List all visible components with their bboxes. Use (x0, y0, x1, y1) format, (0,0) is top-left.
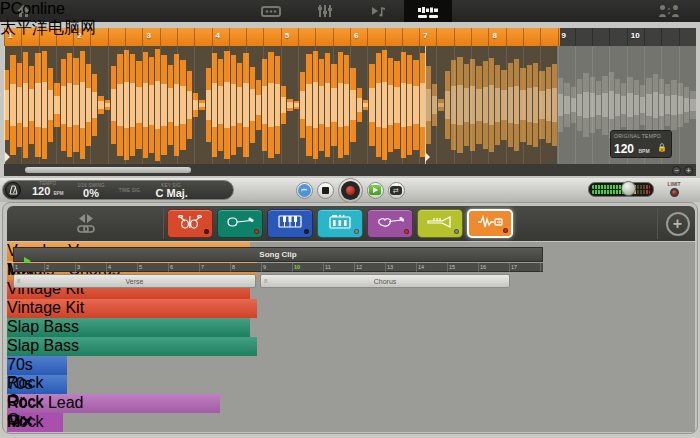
section-chip-verse[interactable]: 8Verse (13, 274, 256, 288)
zoom-out-button[interactable]: − (672, 166, 681, 175)
tempo-unit: BPM (53, 191, 63, 196)
waveform-scroll-thumb[interactable] (25, 167, 191, 173)
swing-value: 0% (83, 188, 99, 198)
arranger-ruler[interactable]: 12345678910 (4, 28, 696, 46)
brass-button[interactable] (417, 209, 463, 238)
metronome-icon[interactable] (5, 182, 21, 198)
clip-name: Rock Lead (7, 394, 220, 412)
song-clip-bar[interactable]: Song Clip (13, 247, 543, 262)
watermark: PConline 太平洋电脑网 (0, 0, 96, 39)
arranger-panel: 12345678910 ORIGINAL TEMPO 120 BPM 🔒 − + (0, 22, 700, 178)
limiter: LIMIT (658, 181, 690, 199)
bass-icon (226, 215, 254, 233)
original-tempo-unit: BPM (638, 148, 649, 154)
section-name: Chorus (261, 278, 509, 285)
song-bar-number: 2 (46, 264, 49, 270)
guitar-button[interactable] (367, 209, 413, 238)
control-bar: TEMPO 120 BPM 1/16 SWING 0% TIME SIG. KE… (0, 178, 700, 202)
watermark-cn-text: 太平洋电脑网 (0, 18, 96, 39)
watermark-brand: PConline (0, 0, 96, 18)
add-track-section: + (657, 208, 697, 239)
zoom-in-button[interactable]: + (684, 166, 693, 175)
clip[interactable]: Rock LeadM✕ (7, 394, 220, 413)
waveform-display[interactable]: ORIGINAL TEMPO 120 BPM 🔒 (4, 46, 696, 164)
bar-number: 4 (216, 31, 220, 40)
note-play-icon[interactable] (368, 3, 390, 19)
selection-start-handle[interactable] (5, 152, 10, 162)
keys-icon (277, 214, 303, 233)
section-chip-chorus[interactable]: 8Chorus (260, 274, 510, 288)
keysig-field[interactable]: KEY SIG. C Maj. (156, 183, 188, 198)
loop-clip-name: Rock Lead (7, 413, 63, 432)
original-tempo-box: ORIGINAL TEMPO 120 BPM 🔒 (610, 130, 672, 158)
keysig-value: C Maj. (156, 188, 188, 198)
drums-button[interactable] (167, 209, 213, 238)
selection-start-line (4, 46, 5, 164)
waveform-scrollbar[interactable]: − + (4, 164, 696, 176)
rewind-button[interactable]: ⏮ (296, 182, 313, 199)
clip-name: Slap Bass (7, 318, 250, 336)
song-bar-number: 1 (15, 264, 18, 270)
header-left-controls (9, 208, 164, 239)
limit-button[interactable] (670, 188, 679, 197)
bar-number: 8 (492, 31, 496, 40)
song-bar-number: 9 (263, 264, 266, 270)
transport-controls: ⏮ ⇄ (282, 179, 418, 201)
link-icon[interactable] (77, 225, 95, 233)
master-volume-knob[interactable] (621, 181, 636, 196)
clip[interactable]: Vintage Kit (7, 299, 257, 318)
song-bar-number: 11 (325, 264, 331, 270)
song-arrangement: Song Clip 1234567891011121314151617 8Ver… (7, 242, 695, 432)
clip-name: Vintage Kit (7, 299, 257, 317)
add-track-button[interactable]: + (666, 212, 690, 236)
monitor-arrows-icon[interactable] (78, 214, 94, 223)
loop-clip[interactable]: Rock Lead▶ 2M✕ (7, 413, 63, 432)
bass-button[interactable] (217, 209, 263, 238)
record-status-dot (503, 228, 508, 233)
song-bar-number: 6 (170, 264, 173, 270)
original-tempo-label: ORIGINAL TEMPO (614, 133, 668, 139)
cycle-button[interactable]: ⇄ (388, 182, 405, 199)
instrument-header: + (7, 206, 695, 241)
song-ruler[interactable]: 1234567891011121314151617 (13, 263, 543, 272)
guitar-icon (376, 215, 404, 233)
tempo-field[interactable]: TEMPO 120 BPM (32, 181, 63, 199)
audio-recorder-icon (476, 215, 504, 233)
song-bar-number: 13 (387, 264, 393, 270)
keys-button[interactable] (267, 209, 313, 238)
instrument-buttons (167, 209, 513, 239)
bar-number: 7 (423, 31, 427, 40)
stop-button[interactable] (317, 182, 334, 199)
record-button[interactable] (338, 178, 363, 203)
tempo-value: 120 (32, 185, 50, 197)
ruler-ticks (4, 28, 696, 46)
song-bar-number: 4 (108, 264, 111, 270)
app-window: 12345678910 ORIGINAL TEMPO 120 BPM 🔒 − + (0, 0, 700, 438)
play-button[interactable] (367, 182, 384, 199)
clip[interactable]: 70s Rock Or... (7, 356, 67, 375)
song-bar-number: 17 (511, 264, 517, 270)
brass-icon (426, 215, 454, 233)
bar-number: 6 (354, 31, 358, 40)
song-bar-number: 5 (139, 264, 142, 270)
original-tempo-value: 120 (614, 142, 634, 156)
song-bar-number: 7 (201, 264, 204, 270)
drums-icon (177, 214, 203, 234)
record-status-dot (254, 229, 259, 234)
mixer-icon[interactable] (314, 3, 336, 19)
record-status-dot (454, 229, 459, 234)
bar-number: 9 (562, 31, 566, 40)
audio-recorder-button[interactable] (467, 209, 513, 238)
record-status-dot (404, 229, 409, 234)
swing-field[interactable]: 1/16 SWING 0% (77, 183, 104, 198)
song-settings-pill[interactable]: TEMPO 120 BPM 1/16 SWING 0% TIME SIG. KE… (2, 180, 234, 200)
bar-number: 5 (285, 31, 289, 40)
timesig-field[interactable]: TIME SIG. (119, 188, 142, 193)
collaborate-icon[interactable] (658, 3, 680, 19)
pedalboard-icon[interactable] (260, 3, 282, 19)
drum-machine-button[interactable] (317, 209, 363, 238)
clip[interactable]: Slap Bass (7, 337, 257, 356)
clip[interactable]: Slap Bass (7, 318, 250, 337)
selection-end-handle[interactable] (425, 152, 430, 162)
section-buttons[interactable] (234, 277, 252, 285)
